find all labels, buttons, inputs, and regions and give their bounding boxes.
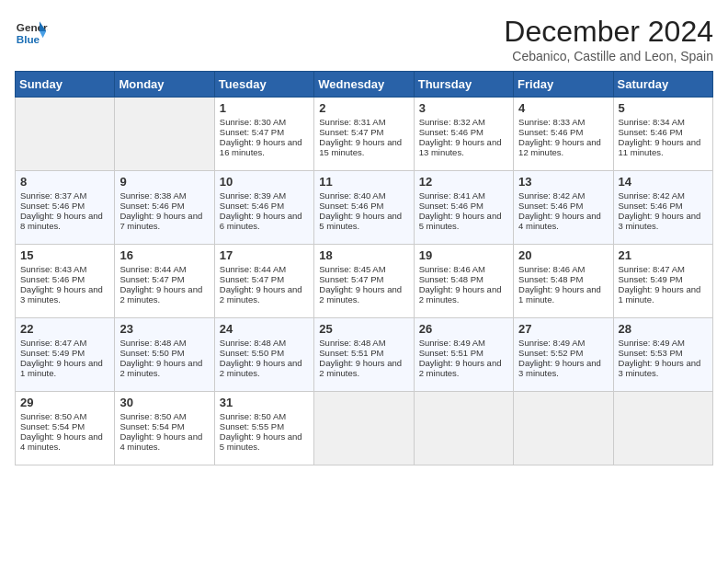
sunrise-text: Sunrise: 8:40 AM (319, 190, 385, 201)
daylight-text: Daylight: 9 hours and 3 minutes. (518, 358, 601, 378)
day-number: 18 (319, 248, 408, 262)
sunset-text: Sunset: 5:46 PM (20, 274, 85, 284)
day-number: 1 (220, 101, 309, 115)
sunset-text: Sunset: 5:51 PM (419, 348, 483, 358)
sunset-text: Sunset: 5:49 PM (20, 348, 85, 358)
day-number: 31 (220, 396, 309, 409)
calendar-cell: 28Sunrise: 8:49 AMSunset: 5:53 PMDayligh… (613, 318, 712, 392)
sunset-text: Sunset: 5:51 PM (319, 348, 383, 358)
daylight-text: Daylight: 9 hours and 3 minutes. (20, 284, 103, 304)
day-number: 15 (20, 248, 109, 262)
sunset-text: Sunset: 5:47 PM (220, 274, 284, 284)
sunset-text: Sunset: 5:55 PM (220, 421, 284, 431)
sunset-text: Sunset: 5:54 PM (119, 421, 184, 431)
daylight-text: Daylight: 9 hours and 2 minutes. (419, 358, 502, 378)
calendar-cell: 19Sunrise: 8:46 AMSunset: 5:48 PMDayligh… (414, 245, 513, 318)
day-number: 2 (319, 101, 408, 115)
calendar-cell: 1Sunrise: 8:30 AMSunset: 5:47 PMDaylight… (214, 98, 313, 171)
day-number: 16 (119, 248, 209, 262)
sunset-text: Sunset: 5:54 PM (20, 421, 85, 431)
daylight-text: Daylight: 9 hours and 2 minutes. (119, 284, 202, 304)
calendar-cell: 17Sunrise: 8:44 AMSunset: 5:47 PMDayligh… (214, 245, 313, 318)
svg-marker-3 (40, 31, 46, 38)
calendar-cell: 21Sunrise: 8:47 AMSunset: 5:49 PMDayligh… (613, 245, 712, 318)
calendar-cell: 10Sunrise: 8:39 AMSunset: 5:46 PMDayligh… (214, 171, 313, 245)
sunrise-text: Sunrise: 8:33 AM (518, 117, 585, 127)
calendar-cell: 29Sunrise: 8:50 AMSunset: 5:54 PMDayligh… (16, 392, 115, 465)
sunrise-text: Sunrise: 8:42 AM (518, 190, 585, 201)
sunrise-text: Sunrise: 8:46 AM (518, 264, 585, 274)
calendar-cell: 4Sunrise: 8:33 AMSunset: 5:46 PMDaylight… (514, 98, 613, 171)
logo: General Blue (15, 15, 48, 48)
daylight-text: Daylight: 9 hours and 11 minutes. (619, 137, 701, 157)
calendar-cell: 13Sunrise: 8:42 AMSunset: 5:46 PMDayligh… (514, 171, 613, 245)
daylight-text: Daylight: 9 hours and 16 minutes. (220, 137, 302, 157)
sunrise-text: Sunrise: 8:42 AM (619, 190, 685, 201)
calendar-header-row: SundayMondayTuesdayWednesdayThursdayFrid… (16, 72, 713, 98)
calendar-cell: 25Sunrise: 8:48 AMSunset: 5:51 PMDayligh… (314, 318, 414, 392)
sunrise-text: Sunrise: 8:46 AM (419, 264, 485, 274)
sunrise-text: Sunrise: 8:31 AM (319, 117, 385, 127)
day-number: 10 (220, 175, 309, 189)
sunrise-text: Sunrise: 8:49 AM (518, 338, 585, 348)
daylight-text: Daylight: 9 hours and 15 minutes. (319, 137, 402, 157)
daylight-text: Daylight: 9 hours and 1 minute. (619, 284, 701, 304)
day-number: 21 (619, 248, 708, 262)
day-number: 9 (119, 175, 209, 189)
calendar-cell: 26Sunrise: 8:49 AMSunset: 5:51 PMDayligh… (414, 318, 513, 392)
day-number: 11 (319, 175, 408, 189)
calendar-cell: 30Sunrise: 8:50 AMSunset: 5:54 PMDayligh… (115, 392, 214, 465)
sunset-text: Sunset: 5:47 PM (220, 127, 284, 137)
logo-icon: General Blue (15, 15, 48, 48)
calendar-cell (16, 98, 115, 171)
sunset-text: Sunset: 5:46 PM (419, 127, 483, 137)
calendar-cell: 2Sunrise: 8:31 AMSunset: 5:47 PMDaylight… (314, 98, 414, 171)
calendar-cell (314, 392, 414, 465)
daylight-text: Daylight: 9 hours and 7 minutes. (119, 211, 202, 231)
sunrise-text: Sunrise: 8:41 AM (419, 190, 485, 201)
day-number: 26 (419, 322, 508, 336)
calendar-cell: 9Sunrise: 8:38 AMSunset: 5:46 PMDaylight… (115, 171, 214, 245)
daylight-text: Daylight: 9 hours and 1 minute. (20, 358, 103, 378)
daylight-text: Daylight: 9 hours and 5 minutes. (319, 211, 402, 231)
day-number: 24 (220, 322, 309, 336)
sunset-text: Sunset: 5:52 PM (518, 348, 583, 358)
sunset-text: Sunset: 5:46 PM (518, 201, 583, 211)
week-row-1: 1Sunrise: 8:30 AMSunset: 5:47 PMDaylight… (16, 98, 713, 171)
sunrise-text: Sunrise: 8:30 AM (220, 117, 286, 127)
sunrise-text: Sunrise: 8:34 AM (619, 117, 685, 127)
sunset-text: Sunset: 5:46 PM (518, 127, 583, 137)
sunset-text: Sunset: 5:50 PM (220, 348, 284, 358)
daylight-text: Daylight: 9 hours and 12 minutes. (518, 137, 601, 157)
day-number: 29 (20, 396, 109, 409)
sunset-text: Sunset: 5:47 PM (119, 274, 184, 284)
svg-text:Blue: Blue (17, 33, 40, 45)
sunrise-text: Sunrise: 8:44 AM (220, 264, 286, 274)
sunset-text: Sunset: 5:48 PM (518, 274, 583, 284)
week-row-5: 29Sunrise: 8:50 AMSunset: 5:54 PMDayligh… (16, 392, 713, 465)
daylight-text: Daylight: 9 hours and 2 minutes. (319, 358, 402, 378)
day-header-tuesday: Tuesday (214, 72, 313, 98)
daylight-text: Daylight: 9 hours and 5 minutes. (220, 431, 302, 452)
calendar-cell: 3Sunrise: 8:32 AMSunset: 5:46 PMDaylight… (414, 98, 513, 171)
day-header-friday: Friday (514, 72, 613, 98)
sunset-text: Sunset: 5:49 PM (619, 274, 683, 284)
calendar-cell: 16Sunrise: 8:44 AMSunset: 5:47 PMDayligh… (115, 245, 214, 318)
calendar-cell (514, 392, 613, 465)
day-number: 3 (419, 101, 508, 115)
calendar-cell: 31Sunrise: 8:50 AMSunset: 5:55 PMDayligh… (214, 392, 313, 465)
calendar-cell: 22Sunrise: 8:47 AMSunset: 5:49 PMDayligh… (16, 318, 115, 392)
daylight-text: Daylight: 9 hours and 2 minutes. (319, 284, 402, 304)
sunset-text: Sunset: 5:46 PM (619, 127, 683, 137)
daylight-text: Daylight: 9 hours and 6 minutes. (220, 211, 302, 231)
calendar-cell: 23Sunrise: 8:48 AMSunset: 5:50 PMDayligh… (115, 318, 214, 392)
sunset-text: Sunset: 5:47 PM (319, 274, 383, 284)
sunset-text: Sunset: 5:46 PM (119, 201, 184, 211)
day-header-wednesday: Wednesday (314, 72, 414, 98)
daylight-text: Daylight: 9 hours and 2 minutes. (119, 358, 202, 378)
calendar-cell: 14Sunrise: 8:42 AMSunset: 5:46 PMDayligh… (613, 171, 712, 245)
sunrise-text: Sunrise: 8:50 AM (220, 411, 286, 421)
day-header-monday: Monday (115, 72, 214, 98)
day-number: 5 (619, 101, 708, 115)
day-number: 12 (419, 175, 508, 189)
